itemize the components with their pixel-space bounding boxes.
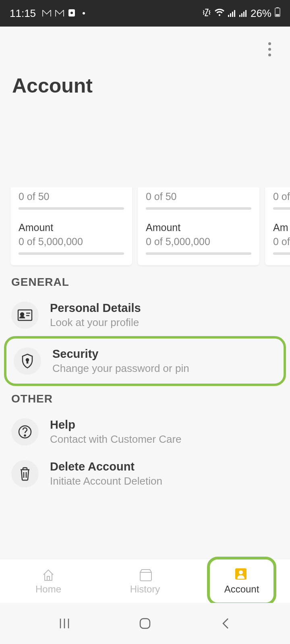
sys-home-button[interactable] bbox=[138, 616, 152, 631]
status-right: 26% bbox=[202, 7, 280, 20]
personal-details-item[interactable]: Personal Details Look at your profile bbox=[11, 294, 279, 336]
help-icon bbox=[11, 418, 39, 446]
vibrate-icon bbox=[202, 7, 211, 20]
card-progress-text: 0 of bbox=[273, 191, 290, 202]
item-text: Help Contact with Customer Care bbox=[50, 418, 279, 446]
mail-icon bbox=[42, 7, 51, 20]
card-progress-text: 0 of 50 bbox=[146, 191, 251, 202]
delete-account-item[interactable]: Delete Account Initiate Account Deletion bbox=[11, 453, 279, 495]
mail-icon-2 bbox=[55, 7, 64, 20]
cards-carousel[interactable]: 0 of 50 Amount 0 of 5,000,000 0 of 50 Am… bbox=[0, 184, 290, 265]
progress-bar bbox=[273, 252, 290, 255]
nav-history[interactable]: History bbox=[97, 559, 193, 603]
shield-icon bbox=[14, 347, 41, 375]
highlight-ring bbox=[207, 557, 276, 605]
wifi-icon bbox=[214, 7, 225, 20]
svg-rect-26 bbox=[140, 619, 150, 628]
svg-rect-2 bbox=[228, 15, 229, 17]
svg-rect-6 bbox=[239, 15, 240, 17]
section-header-other: OTHER bbox=[11, 392, 279, 405]
svg-rect-4 bbox=[232, 12, 233, 17]
progress-bar bbox=[19, 207, 124, 210]
system-nav bbox=[0, 603, 290, 644]
limit-card[interactable]: 0 of Am 0 of bbox=[265, 184, 290, 265]
app-icon bbox=[68, 7, 75, 20]
trash-icon bbox=[11, 460, 39, 487]
progress-bar bbox=[146, 207, 251, 210]
item-title: Personal Details bbox=[50, 301, 279, 315]
status-left: 11:15 bbox=[10, 7, 85, 20]
item-subtitle: Look at your profile bbox=[50, 316, 279, 329]
svg-point-14 bbox=[21, 313, 24, 316]
signal-icon-2 bbox=[239, 7, 247, 20]
id-card-icon bbox=[11, 301, 39, 329]
more-options-icon[interactable] bbox=[263, 41, 276, 57]
item-subtitle: Change your password or pin bbox=[52, 362, 276, 375]
nav-label: Home bbox=[35, 584, 61, 595]
home-icon bbox=[41, 568, 56, 582]
sys-recents-button[interactable] bbox=[57, 616, 72, 631]
svg-rect-3 bbox=[230, 13, 231, 17]
progress-bar bbox=[146, 252, 251, 255]
bottom-nav: Home History Account bbox=[0, 559, 290, 603]
item-text: Security Change your password or pin bbox=[52, 347, 276, 375]
wallet-icon bbox=[138, 568, 152, 582]
limit-card[interactable]: 0 of 50 Amount 0 of 5,000,000 bbox=[138, 184, 259, 265]
nav-home[interactable]: Home bbox=[0, 559, 97, 603]
svg-point-20 bbox=[25, 435, 26, 436]
card-amount-label: Amount bbox=[19, 222, 124, 233]
nav-label: History bbox=[130, 584, 160, 595]
other-section: OTHER Help Contact with Customer Care De… bbox=[0, 389, 290, 495]
battery-icon bbox=[275, 7, 280, 20]
card-amount-label: Amount bbox=[146, 222, 251, 233]
svg-rect-9 bbox=[245, 10, 246, 17]
signal-icon-1 bbox=[228, 7, 236, 20]
sys-back-button[interactable] bbox=[218, 616, 233, 631]
card-progress-text: 0 of 50 bbox=[19, 191, 124, 202]
item-subtitle: Contact with Customer Care bbox=[50, 433, 279, 446]
security-item[interactable]: Security Change your password or pin bbox=[4, 336, 286, 386]
card-amount-text: 0 of 5,000,000 bbox=[19, 236, 124, 248]
item-text: Personal Details Look at your profile bbox=[50, 301, 279, 329]
help-item[interactable]: Help Contact with Customer Care bbox=[11, 411, 279, 453]
svg-rect-18 bbox=[27, 361, 28, 363]
nav-account[interactable]: Account bbox=[193, 559, 290, 603]
status-time: 11:15 bbox=[10, 7, 36, 20]
card-amount-text: 0 of bbox=[273, 236, 290, 248]
page-title: Account bbox=[12, 74, 278, 97]
item-title: Delete Account bbox=[50, 460, 279, 473]
svg-rect-5 bbox=[234, 10, 235, 17]
svg-point-1 bbox=[70, 12, 73, 14]
header: Account bbox=[0, 27, 290, 188]
item-title: Security bbox=[52, 347, 276, 361]
general-section: GENERAL Personal Details Look at your pr… bbox=[0, 265, 290, 386]
battery-percentage: 26% bbox=[251, 7, 271, 20]
item-title: Help bbox=[50, 418, 279, 431]
card-amount-text: 0 of 5,000,000 bbox=[146, 236, 251, 248]
svg-rect-8 bbox=[243, 12, 244, 17]
section-header-general: GENERAL bbox=[11, 276, 279, 289]
notification-dot-icon bbox=[83, 12, 85, 14]
svg-rect-7 bbox=[241, 13, 242, 17]
svg-rect-13 bbox=[18, 310, 32, 320]
limit-card[interactable]: 0 of 50 Amount 0 of 5,000,000 bbox=[10, 184, 132, 265]
item-text: Delete Account Initiate Account Deletion bbox=[50, 460, 279, 487]
card-amount-label: Am bbox=[273, 222, 290, 233]
progress-bar bbox=[273, 207, 290, 210]
item-subtitle: Initiate Account Deletion bbox=[50, 475, 279, 487]
svg-rect-12 bbox=[276, 14, 280, 16]
progress-bar bbox=[19, 252, 124, 255]
status-bar: 11:15 26% bbox=[0, 0, 290, 27]
